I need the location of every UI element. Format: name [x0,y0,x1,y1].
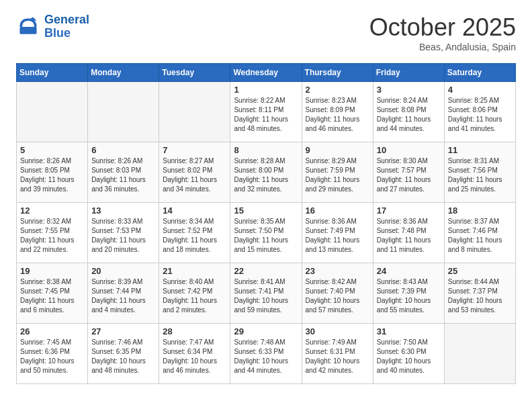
calendar-header-row: SundayMondayTuesdayWednesdayThursdayFrid… [17,64,516,82]
day-info: Sunrise: 8:35 AMSunset: 7:50 PMDaylight:… [234,217,298,255]
calendar-cell: 14Sunrise: 8:34 AMSunset: 7:52 PMDayligh… [159,203,230,263]
day-number: 14 [163,205,226,216]
day-info: Sunrise: 8:43 AMSunset: 7:39 PMDaylight:… [377,277,441,315]
calendar-cell: 2Sunrise: 8:23 AMSunset: 8:09 PMDaylight… [302,82,373,142]
day-info: Sunrise: 8:34 AMSunset: 7:52 PMDaylight:… [163,217,226,255]
day-info: Sunrise: 7:49 AMSunset: 6:31 PMDaylight:… [306,338,369,375]
calendar-cell: 4Sunrise: 8:25 AMSunset: 8:06 PMDaylight… [444,82,515,142]
day-number: 11 [448,145,512,155]
day-info: Sunrise: 8:31 AMSunset: 7:56 PMDaylight:… [448,156,512,194]
day-info: Sunrise: 8:40 AMSunset: 7:42 PMDaylight:… [163,277,226,315]
calendar-week-row: 19Sunrise: 8:38 AMSunset: 7:45 PMDayligh… [17,263,516,324]
day-number: 29 [234,326,298,336]
day-info: Sunrise: 8:22 AMSunset: 8:11 PMDaylight:… [234,96,298,134]
day-number: 23 [306,266,369,276]
calendar-cell: 23Sunrise: 8:42 AMSunset: 7:40 PMDayligh… [302,263,373,324]
calendar-cell: 1Sunrise: 8:22 AMSunset: 8:11 PMDaylight… [230,82,302,142]
calendar-cell: 28Sunrise: 7:47 AMSunset: 6:34 PMDayligh… [159,324,230,384]
day-number: 26 [20,326,84,336]
calendar-table: SundayMondayTuesdayWednesdayThursdayFrid… [16,63,516,384]
calendar-cell: 8Sunrise: 8:28 AMSunset: 8:00 PMDaylight… [230,142,302,203]
day-number: 8 [234,145,298,155]
day-info: Sunrise: 8:33 AMSunset: 7:53 PMDaylight:… [91,217,155,255]
logo-text: General Blue [44,13,89,40]
calendar-cell: 25Sunrise: 8:44 AMSunset: 7:37 PMDayligh… [444,263,515,324]
calendar-cell: 12Sunrise: 8:32 AMSunset: 7:55 PMDayligh… [17,203,88,263]
day-number: 6 [91,145,155,155]
day-number: 15 [234,205,298,216]
header-monday: Monday [88,64,159,82]
calendar-cell: 15Sunrise: 8:35 AMSunset: 7:50 PMDayligh… [230,203,302,263]
calendar-cell: 29Sunrise: 7:48 AMSunset: 6:33 PMDayligh… [230,324,302,384]
day-number: 24 [377,266,441,276]
day-info: Sunrise: 7:47 AMSunset: 6:34 PMDaylight:… [163,338,226,375]
day-number: 4 [448,85,512,95]
calendar-cell [444,324,515,384]
day-info: Sunrise: 8:28 AMSunset: 8:00 PMDaylight:… [234,156,298,194]
day-info: Sunrise: 8:32 AMSunset: 7:55 PMDaylight:… [20,217,84,255]
day-info: Sunrise: 8:42 AMSunset: 7:40 PMDaylight:… [306,277,369,315]
logo: General Blue [16,13,89,40]
day-number: 1 [234,85,298,95]
page-header: General Blue October 2025 Beas, Andalusi… [16,13,516,52]
day-info: Sunrise: 8:23 AMSunset: 8:09 PMDaylight:… [306,96,369,134]
calendar-cell: 20Sunrise: 8:39 AMSunset: 7:44 PMDayligh… [88,263,159,324]
header-wednesday: Wednesday [230,64,302,82]
day-info: Sunrise: 8:26 AMSunset: 8:03 PMDaylight:… [91,156,155,194]
header-saturday: Saturday [444,64,515,82]
calendar-cell: 5Sunrise: 8:26 AMSunset: 8:05 PMDaylight… [17,142,88,203]
day-info: Sunrise: 8:44 AMSunset: 7:37 PMDaylight:… [448,277,512,315]
logo-icon [16,15,40,39]
day-number: 30 [306,326,369,336]
header-friday: Friday [373,64,444,82]
day-number: 10 [377,145,441,155]
day-number: 25 [448,266,512,276]
month-title: October 2025 [369,13,516,42]
calendar-cell: 10Sunrise: 8:30 AMSunset: 7:57 PMDayligh… [373,142,444,203]
day-number: 21 [163,266,226,276]
day-info: Sunrise: 8:36 AMSunset: 7:49 PMDaylight:… [306,217,369,255]
day-number: 22 [234,266,298,276]
calendar-cell [159,82,230,142]
day-number: 28 [163,326,226,336]
day-info: Sunrise: 8:27 AMSunset: 8:02 PMDaylight:… [163,156,226,194]
calendar-cell: 9Sunrise: 8:29 AMSunset: 7:59 PMDaylight… [302,142,373,203]
calendar-cell: 18Sunrise: 8:37 AMSunset: 7:46 PMDayligh… [444,203,515,263]
calendar-cell: 27Sunrise: 7:46 AMSunset: 6:35 PMDayligh… [88,324,159,384]
calendar-cell: 6Sunrise: 8:26 AMSunset: 8:03 PMDaylight… [88,142,159,203]
day-info: Sunrise: 8:38 AMSunset: 7:45 PMDaylight:… [20,277,84,315]
day-number: 3 [377,85,441,95]
day-number: 13 [91,205,155,216]
day-info: Sunrise: 7:46 AMSunset: 6:35 PMDaylight:… [91,338,155,375]
calendar-cell: 17Sunrise: 8:36 AMSunset: 7:48 PMDayligh… [373,203,444,263]
svg-rect-0 [19,27,36,34]
day-info: Sunrise: 7:50 AMSunset: 6:30 PMDaylight:… [377,338,441,375]
calendar-cell: 21Sunrise: 8:40 AMSunset: 7:42 PMDayligh… [159,263,230,324]
header-sunday: Sunday [17,64,88,82]
day-number: 5 [20,145,84,155]
calendar-cell: 3Sunrise: 8:24 AMSunset: 8:08 PMDaylight… [373,82,444,142]
day-number: 19 [20,266,84,276]
header-tuesday: Tuesday [159,64,230,82]
calendar-cell: 24Sunrise: 8:43 AMSunset: 7:39 PMDayligh… [373,263,444,324]
calendar-cell: 13Sunrise: 8:33 AMSunset: 7:53 PMDayligh… [88,203,159,263]
calendar-cell: 16Sunrise: 8:36 AMSunset: 7:49 PMDayligh… [302,203,373,263]
calendar-week-row: 12Sunrise: 8:32 AMSunset: 7:55 PMDayligh… [17,203,516,263]
location-subtitle: Beas, Andalusia, Spain [369,42,516,52]
day-number: 20 [91,266,155,276]
day-info: Sunrise: 8:25 AMSunset: 8:06 PMDaylight:… [448,96,512,134]
day-number: 31 [377,326,441,336]
day-info: Sunrise: 8:29 AMSunset: 7:59 PMDaylight:… [306,156,369,194]
day-info: Sunrise: 8:39 AMSunset: 7:44 PMDaylight:… [91,277,155,315]
calendar-cell: 26Sunrise: 7:45 AMSunset: 6:36 PMDayligh… [17,324,88,384]
calendar-cell [88,82,159,142]
calendar-cell: 19Sunrise: 8:38 AMSunset: 7:45 PMDayligh… [17,263,88,324]
day-info: Sunrise: 8:24 AMSunset: 8:08 PMDaylight:… [377,96,441,134]
day-number: 7 [163,145,226,155]
title-block: October 2025 Beas, Andalusia, Spain [369,13,516,52]
day-info: Sunrise: 8:41 AMSunset: 7:41 PMDaylight:… [234,277,298,315]
header-thursday: Thursday [302,64,373,82]
day-info: Sunrise: 7:45 AMSunset: 6:36 PMDaylight:… [20,338,84,375]
calendar-week-row: 5Sunrise: 8:26 AMSunset: 8:05 PMDaylight… [17,142,516,203]
day-info: Sunrise: 7:48 AMSunset: 6:33 PMDaylight:… [234,338,298,375]
